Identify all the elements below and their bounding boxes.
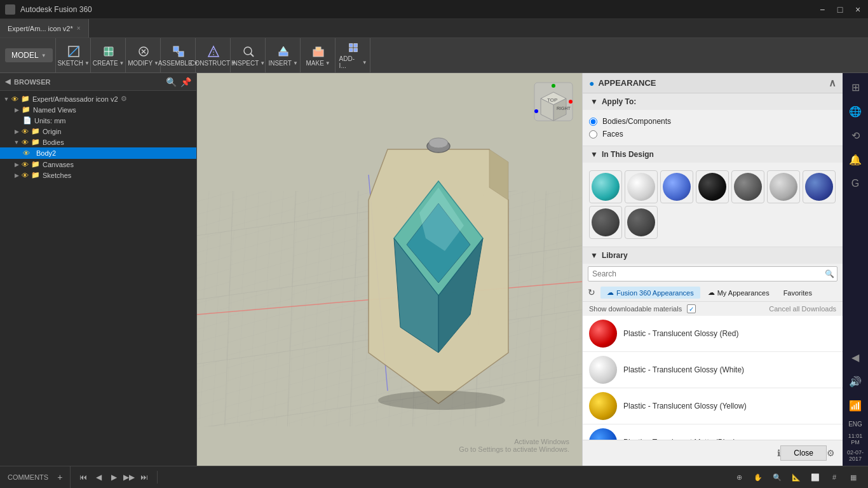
svg-line-8 [176,51,179,54]
tree-units[interactable]: 📄 Units: mm [0,115,196,126]
close-button[interactable]: Close [780,445,827,461]
insert-button[interactable]: INSERT▼ [269,41,297,69]
appearance-close-icon[interactable]: ∧ [829,77,836,89]
volume-icon[interactable]: 🔊 [844,370,867,393]
prev-start-button[interactable]: ⏮ [77,471,90,484]
measure-tool[interactable]: 📐 [788,469,804,485]
library-header[interactable]: ▼ Library [583,247,843,264]
pan-tool[interactable]: ✋ [750,469,766,485]
design-thumb-8[interactable] [589,206,622,239]
bodies-visibility-icon: 👁 [22,139,29,146]
browser-pin-icon[interactable]: 📌 [180,77,191,87]
arrow-left-icon[interactable]: ◀ [844,346,867,369]
mat-thumb-white [589,356,617,384]
insert-icon [276,44,290,58]
sketches-label: Sketches [43,172,71,179]
design-thumb-6[interactable] [767,170,800,203]
toolbar: MODEL ▼ SKETCH ▼ CREATE▼ MODIFY▼ ASSEMBL… [0,38,868,73]
browser-icon[interactable]: 🌐 [844,100,867,123]
model-button[interactable]: MODEL ▼ [5,48,53,62]
tree-bodies[interactable]: ▼ 👁 📁 Bodies [0,137,196,147]
browser-back-icon[interactable]: ◀ [5,78,10,86]
tree-origin[interactable]: ▶ 👁 📁 Origin [0,126,196,137]
tree-root[interactable]: ▼ 👁 📁 Expert/Ambassador icon v2 ⚙ [0,93,196,104]
orbit-tool[interactable]: ⊕ [731,469,747,485]
make-button[interactable]: MAKE▼ [304,41,332,69]
mat-item-4[interactable]: Plastic - Translucent Matte (Blue) [583,424,843,440]
svg-point-43 [552,84,555,88]
library-arrow-icon: ▼ [590,251,598,260]
design-thumb-3[interactable] [660,170,693,203]
viewcube[interactable]: TOP RIGHT [531,79,576,124]
faces-radio[interactable] [589,130,597,139]
design-thumb-7[interactable] [803,170,836,203]
canvases-expand-icon: ▶ [13,161,20,168]
maximize-button[interactable]: □ [835,4,845,15]
bodies-components-label: Bodies/Components [602,117,671,126]
close-button[interactable]: × [853,4,863,15]
play-button[interactable]: ▶ [107,471,120,484]
settings-icon[interactable]: ⚙ [827,448,835,458]
right-icon-bar: ⊞ 🌐 ⟲ 🔔 G ◀ 🔊 📶 ENG 11:01 PM 02-07-2017 [843,73,868,466]
cancel-dl-label[interactable]: Cancel all Downloads [769,305,836,313]
viewport[interactable]: TOP RIGHT Activate Windows Go to Setting… [197,73,582,466]
construct-button[interactable]: CONSTRUCT▼ [200,41,227,69]
grid-toggle-btn[interactable]: # [826,469,843,485]
active-tab[interactable]: Expert/Am... icon v2* × [0,19,89,37]
design-thumb-1[interactable] [589,170,622,203]
make-icon [311,44,325,58]
root-settings-icon[interactable]: ⚙ [121,95,127,103]
tab-close-icon[interactable]: × [77,25,81,32]
wifi-icon[interactable]: 📶 [844,394,867,417]
tab-my-appearances[interactable]: ☁ My Appearances [702,287,776,299]
inspect-button[interactable]: INSPECT▼ [234,41,262,69]
tree-canvases[interactable]: ▶ 👁 📁 Canvases [0,159,196,170]
browser-search-icon[interactable]: 🔍 [166,77,177,87]
tree-body2[interactable]: 👁 Body2 [0,147,196,159]
zoom-tool[interactable]: 🔍 [769,469,785,485]
bodies-components-radio[interactable] [589,118,597,126]
search-input[interactable] [588,267,822,281]
prev-button[interactable]: ◀ [92,471,105,484]
next-button[interactable]: ▶▶ [123,471,135,484]
tree-named-views[interactable]: ▶ 📁 Named Views [0,104,196,115]
design-thumb-4[interactable] [696,170,729,203]
mat-item-1[interactable]: Plastic - Translucent Glossy (Red) [583,316,843,352]
history-icon[interactable]: ⟲ [844,124,867,147]
assemble-button[interactable]: ASSEMBLE▼ [165,41,193,69]
tab-fusion-appearances[interactable]: ☁ Fusion 360 Appearances [600,287,700,299]
svg-rect-6 [173,46,179,51]
modify-button[interactable]: MODIFY▼ [130,41,158,69]
addins-button[interactable]: ADD-I...▼ [339,41,367,69]
svg-rect-18 [354,44,357,47]
add-comment-icon[interactable]: + [57,472,62,482]
design-thumb-9[interactable] [625,206,658,239]
design-thumb-2[interactable] [625,170,658,203]
tree-sketches[interactable]: ▶ 👁 📁 Sketches [0,170,196,180]
create-button[interactable]: CREATE▼ [95,41,123,69]
minimize-button[interactable]: − [817,4,827,15]
sketch-button[interactable]: SKETCH ▼ [60,41,88,69]
refresh-icon[interactable]: ↻ [588,287,599,299]
title-bar: Autodesk Fusion 360 − □ × [0,0,868,19]
mat-item-3[interactable]: Plastic - Translucent Glossy (Yellow) [583,388,843,424]
appearance-footer: ℹ Close ⚙ [583,440,843,466]
in-this-design-header[interactable]: ▼ In This Design [583,146,843,163]
named-views-expand-icon: ▶ [13,106,20,114]
grid-icon[interactable]: ⊞ [844,76,867,98]
notification-icon[interactable]: 🔔 [844,148,867,171]
faces-row: Faces [589,128,836,140]
mat-item-2[interactable]: Plastic - Translucent Glossy (White) [583,352,843,388]
display-mode-btn[interactable]: ⬜ [807,469,824,485]
svg-line-1 [69,46,79,57]
design-thumb-5[interactable] [731,170,764,203]
apply-to-header[interactable]: ▼ Apply To: [583,93,843,110]
playback-controls: ⏮ ◀ ▶ ▶▶ ⏭ [71,471,158,484]
comments-button[interactable]: COMMENTS + [0,466,71,488]
tab-favorites[interactable]: Favorites [777,287,818,299]
show-dl-checkbox[interactable] [687,304,696,313]
user-icon[interactable]: G [844,172,867,195]
next-end-button[interactable]: ⏭ [138,471,151,484]
view-options-btn[interactable]: ▦ [845,469,862,485]
mat-thumb-yellow [589,392,617,420]
